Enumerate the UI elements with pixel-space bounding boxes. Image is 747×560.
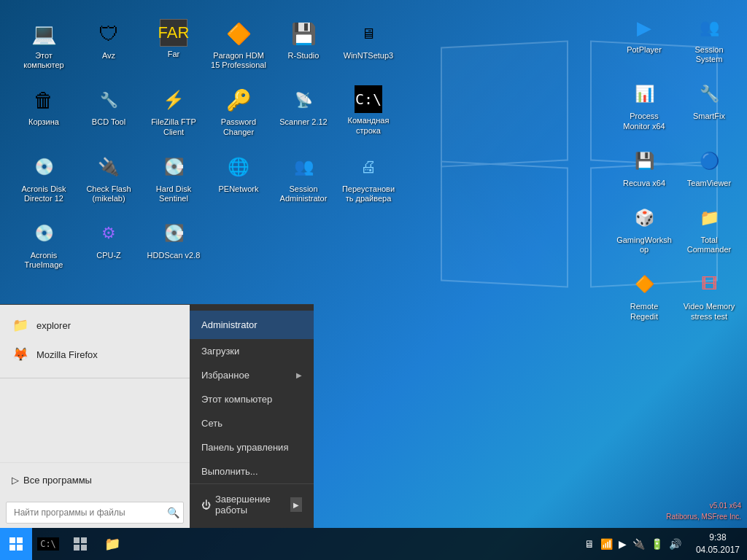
icon-acronis-dd[interactable]: 💿 Acronis Disk Director 12 xyxy=(13,147,74,209)
start-button[interactable] xyxy=(0,528,32,560)
system-tray: 🖥 📶 ▶ 🔌 🔋 🔊 xyxy=(577,537,689,551)
icon-cmdline[interactable]: C:\ Командная строка xyxy=(338,79,399,142)
desktop: 💻 Этот компьютер 🛡 Avz FAR Far 🔶 Paragon… xyxy=(0,0,747,560)
svg-rect-0 xyxy=(9,537,15,543)
start-shutdown-area: ⏻ Завершение работы ▶ xyxy=(190,483,314,522)
taskbar: C:\ 📁 🖥 📶 ▶ 🔌 🔋 🔊 9:38 04.05.2017 xyxy=(0,528,747,560)
icon-paragon[interactable]: 🔶 Paragon HDM 15 Professional xyxy=(208,13,269,76)
start-menu-right: Administrator Загрузки Избранное ▶ Этот … xyxy=(190,305,314,528)
svg-rect-2 xyxy=(9,545,15,551)
tray-usb-icon[interactable]: 🔌 xyxy=(631,537,646,551)
start-menu: 📁 explorer 🦊 Mozilla Firefox ▷ Все прогр… xyxy=(0,304,314,528)
icon-process-monitor[interactable]: 📊 Process Monitor x64 xyxy=(614,74,675,136)
start-pinned-items: 📁 explorer 🦊 Mozilla Firefox xyxy=(0,305,190,375)
start-menu-left: 📁 explorer 🦊 Mozilla Firefox ▷ Все прогр… xyxy=(0,305,190,528)
start-right-this-pc[interactable]: Этот компьютер xyxy=(190,387,314,411)
svg-rect-1 xyxy=(17,537,23,543)
icon-recuva[interactable]: 💾 Recuva x64 xyxy=(614,141,675,194)
tiles-icon xyxy=(74,537,87,551)
icon-penetwork[interactable]: 🌐 PENetwork xyxy=(208,147,269,209)
icon-this-computer[interactable]: 💻 Этот компьютер xyxy=(13,13,74,76)
icon-remote-regedit[interactable]: 🔶 Remote Regedit xyxy=(614,264,675,327)
start-right-run[interactable]: Выполнить... xyxy=(190,459,314,483)
icon-reinstall-drivers[interactable]: 🖨 Переустановить драйвера xyxy=(338,147,399,209)
start-user-name: Administrator xyxy=(190,311,314,339)
tray-monitor-icon[interactable]: 🖥 xyxy=(583,537,596,551)
taskbar-cmd[interactable]: C:\ xyxy=(32,528,64,560)
start-right-control-panel[interactable]: Панель управления xyxy=(190,435,314,459)
start-shutdown-button[interactable]: ⏻ Завершение работы ▶ xyxy=(190,487,314,522)
start-item-explorer[interactable]: 📁 explorer xyxy=(0,311,190,340)
power-icon: ⏻ xyxy=(201,499,211,510)
tray-network-icon[interactable]: 📶 xyxy=(599,537,614,551)
icon-filezilla[interactable]: ⚡ FileZilla FTP Client xyxy=(143,79,204,142)
shutdown-arrow-icon[interactable]: ▶ xyxy=(290,497,302,512)
system-clock[interactable]: 9:38 04.05.2017 xyxy=(689,532,747,556)
start-right-favorites[interactable]: Избранное ▶ xyxy=(190,363,314,387)
svg-rect-5 xyxy=(81,537,87,543)
icon-recycle[interactable]: 🗑 Корзина xyxy=(13,79,74,142)
taskbar-tiles[interactable] xyxy=(64,528,96,560)
icon-password[interactable]: 🔑 Password Changer xyxy=(208,79,269,142)
svg-rect-7 xyxy=(81,545,87,551)
icon-cpuz[interactable]: ⚙ CPU-Z xyxy=(78,213,139,276)
icon-winntsetup[interactable]: 🖥 WinNTSetup3 xyxy=(338,13,399,76)
icon-session-admin[interactable]: 👥 Session Administrator xyxy=(273,147,334,209)
icon-checkflash[interactable]: 🔌 Check Flash (mikelab) xyxy=(78,147,139,209)
start-search-button[interactable]: 🔍 xyxy=(163,502,183,523)
icon-rstudio[interactable]: 💾 R-Studio xyxy=(273,13,334,76)
icon-gamingworkshop[interactable]: 🎲 GamingWorkshop xyxy=(614,198,675,260)
start-right-network[interactable]: Сеть xyxy=(190,411,314,435)
tray-media-icon[interactable]: ▶ xyxy=(617,537,628,551)
icon-avz[interactable]: 🛡 Avz xyxy=(78,13,139,76)
explorer-icon: 📁 xyxy=(12,316,29,334)
firefox-icon: 🦊 xyxy=(12,346,29,363)
icon-total-commander[interactable]: 📁 Total Commander xyxy=(678,198,740,260)
windows-logo-icon xyxy=(9,537,23,551)
icon-session-system[interactable]: 👥 Session System xyxy=(678,7,740,70)
svg-rect-4 xyxy=(74,537,80,543)
icon-video-memory[interactable]: 🎞 Video Memory stress test xyxy=(678,264,740,327)
icon-scanner[interactable]: 📡 Scanner 2.12 xyxy=(273,79,334,142)
start-right-downloads[interactable]: Загрузки xyxy=(190,339,314,363)
start-search-input[interactable] xyxy=(7,503,163,522)
tray-battery-icon[interactable]: 🔋 xyxy=(649,537,665,551)
start-search-box[interactable]: 🔍 xyxy=(6,502,184,524)
svg-rect-3 xyxy=(17,545,23,551)
version-watermark: v5.01 x64 Ratiborus, MSFree Inc. xyxy=(666,500,741,522)
tray-volume-icon[interactable]: 🔊 xyxy=(667,537,683,551)
icon-hdd-sentinel[interactable]: 💽 Hard Disk Sentinel xyxy=(143,147,204,209)
start-separator xyxy=(0,378,190,378)
triangle-icon: ▷ xyxy=(12,475,19,486)
icon-teamviewer[interactable]: 🔵 TeamViewer xyxy=(678,141,740,194)
desktop-icons-right: ▶ PotPlayer 👥 Session System 📊 Process M… xyxy=(614,7,740,327)
svg-rect-6 xyxy=(74,545,80,551)
icon-far[interactable]: FAR Far xyxy=(143,13,204,76)
icon-smartfix[interactable]: 🔧 SmartFix xyxy=(678,74,740,136)
taskbar-explorer[interactable]: 📁 xyxy=(96,528,128,560)
icon-potplayer[interactable]: ▶ PotPlayer xyxy=(614,7,675,70)
icon-bcd[interactable]: 🔧 BCD Tool xyxy=(78,79,139,142)
icon-acronis-true[interactable]: 💿 Acronis TrueImage xyxy=(13,213,74,276)
start-all-programs[interactable]: ▷ Все программы xyxy=(0,469,190,491)
favorites-arrow-icon: ▶ xyxy=(296,371,302,379)
start-item-firefox[interactable]: 🦊 Mozilla Firefox xyxy=(0,340,190,369)
icon-hddscan[interactable]: 💽 HDDScan v2.8 xyxy=(143,213,204,276)
start-bottom: ▷ Все программы xyxy=(0,462,190,497)
